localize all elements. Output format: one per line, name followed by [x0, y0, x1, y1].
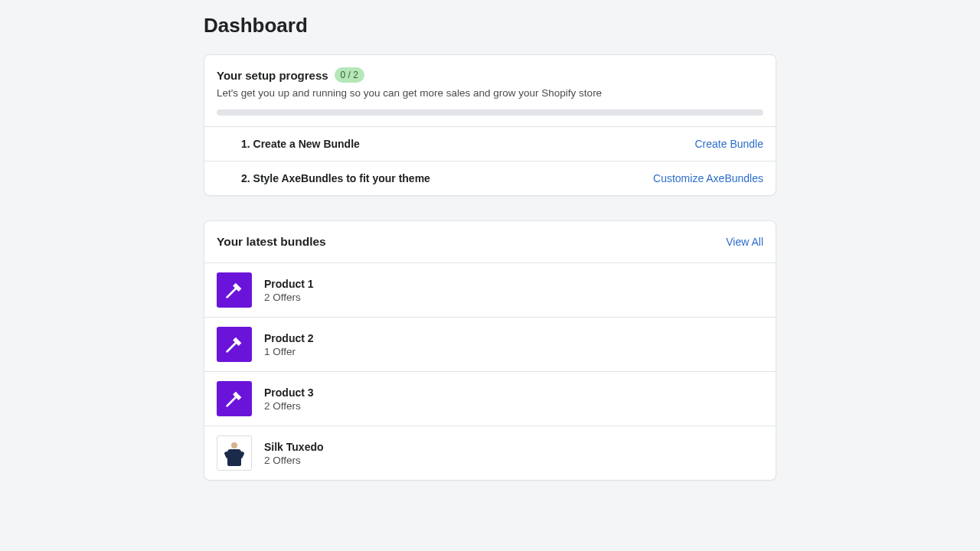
latest-bundles-card: Your latest bundles View All Product 1 2… — [204, 220, 776, 481]
axe-icon — [217, 381, 252, 416]
setup-step-label: 2. Style AxeBundles to fit your theme — [241, 172, 430, 184]
latest-bundles-title: Your latest bundles — [217, 235, 326, 249]
bundle-offers: 1 Offer — [264, 346, 314, 357]
bundle-name: Product 2 — [264, 332, 314, 344]
view-all-link[interactable]: View All — [726, 236, 763, 248]
setup-progress-card: Your setup progress 0 / 2 Let's get you … — [204, 54, 776, 196]
bundle-name: Silk Tuxedo — [264, 441, 324, 453]
bundle-row[interactable]: Product 2 1 Offer — [204, 317, 776, 371]
axe-icon — [217, 272, 252, 308]
bundle-row[interactable]: Silk Tuxedo 2 Offers — [204, 425, 776, 480]
bundle-name: Product 1 — [264, 278, 314, 290]
bundle-offers: 2 Offers — [264, 292, 314, 303]
setup-step-label: 1. Create a New Bundle — [241, 138, 360, 150]
setup-step: 1. Create a New Bundle Create Bundle — [204, 126, 776, 161]
create-bundle-link[interactable]: Create Bundle — [694, 138, 763, 150]
setup-subtitle: Let's get you up and running so you can … — [217, 87, 763, 99]
bundle-row[interactable]: Product 3 2 Offers — [204, 371, 776, 425]
customize-axebundles-link[interactable]: Customize AxeBundles — [653, 172, 763, 184]
setup-progress-badge: 0 / 2 — [335, 67, 364, 83]
product-photo-thumbnail — [217, 435, 252, 471]
bundle-offers: 2 Offers — [264, 400, 314, 412]
page-title: Dashboard — [204, 14, 776, 37]
setup-step: 2. Style AxeBundles to fit your theme Cu… — [204, 161, 776, 195]
bundle-row[interactable]: Product 1 2 Offers — [204, 262, 776, 317]
axe-icon — [217, 327, 252, 362]
setup-title: Your setup progress — [217, 69, 328, 82]
bundle-offers: 2 Offers — [264, 455, 324, 466]
bundle-name: Product 3 — [264, 386, 314, 399]
progress-bar — [217, 109, 763, 116]
